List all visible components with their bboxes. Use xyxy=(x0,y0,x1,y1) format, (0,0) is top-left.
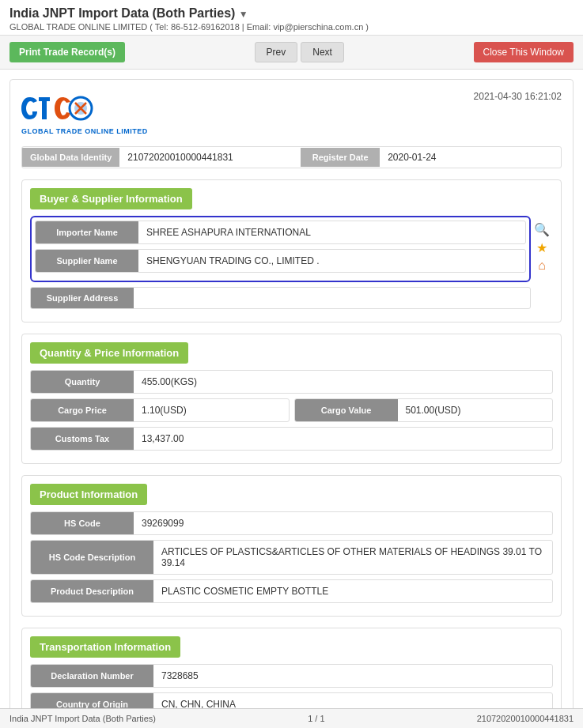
quantity-price-section-title: Quantity & Price Information xyxy=(30,342,188,364)
content-area: GLOBAL TRADE ONLINE LIMITED 2021-04-30 1… xyxy=(0,70,583,728)
cargo-value-value: 501.00(USD) xyxy=(398,399,553,421)
importer-name-row: Importer Name SHREE ASHAPURA INTERNATION… xyxy=(35,221,526,244)
next-button[interactable]: Next xyxy=(301,42,344,62)
supplier-address-label: Supplier Address xyxy=(31,288,134,308)
supplier-address-row: Supplier Address xyxy=(30,287,531,309)
cargo-price-label: Cargo Price xyxy=(31,399,134,421)
importer-name-label: Importer Name xyxy=(36,221,138,243)
quantity-value: 455.00(KGS) xyxy=(134,371,552,393)
global-id-label: Global Data Identity xyxy=(22,148,119,167)
logo-box: GLOBAL TRADE ONLINE LIMITED xyxy=(21,91,148,135)
supplier-name-label: Supplier Name xyxy=(36,250,138,272)
footer-right: 21072020010000441831 xyxy=(477,714,574,723)
cargo-value-label: Cargo Value xyxy=(295,399,398,421)
product-section: Product Information HS Code 39269099 HS … xyxy=(21,475,562,617)
hs-code-row: HS Code 39269099 xyxy=(30,511,553,535)
home-icon[interactable]: ⌂ xyxy=(538,258,546,273)
company-logo xyxy=(21,91,108,126)
footer-left: India JNPT Import Data (Both Parties) xyxy=(9,714,156,723)
customs-tax-row: Customs Tax 13,437.00 xyxy=(30,427,553,451)
buyer-supplier-section-title: Buyer & Supplier Information xyxy=(30,188,192,209)
product-desc-label: Product Description xyxy=(31,580,153,602)
cargo-price-row: Cargo Price 1.10(USD) xyxy=(30,398,290,422)
logo-row: GLOBAL TRADE ONLINE LIMITED 2021-04-30 1… xyxy=(21,91,562,135)
print-button[interactable]: Print Trade Record(s) xyxy=(9,42,125,62)
product-desc-value: PLASTIC COSMETIC EMPTY BOTTLE xyxy=(153,580,552,602)
buyer-supplier-inner: Importer Name SHREE ASHAPURA INTERNATION… xyxy=(30,216,553,314)
title-text: India JNPT Import Data (Both Parties) xyxy=(9,6,235,20)
record-timestamp: 2021-04-30 16:21:02 xyxy=(474,91,562,102)
logo-subtitle: GLOBAL TRADE ONLINE LIMITED xyxy=(21,127,148,135)
page-title: India JNPT Import Data (Both Parties) ▼ xyxy=(9,6,574,21)
transportation-section-title: Transportation Information xyxy=(30,636,180,658)
prev-button[interactable]: Prev xyxy=(255,42,298,62)
search-icon[interactable]: 🔍 xyxy=(534,222,550,237)
name-outline-box: Importer Name SHREE ASHAPURA INTERNATION… xyxy=(30,216,531,282)
title-dropdown-arrow[interactable]: ▼ xyxy=(239,9,248,20)
close-button[interactable]: Close This Window xyxy=(474,42,574,62)
hs-code-desc-label: HS Code Description xyxy=(31,541,153,574)
importer-name-value: SHREE ASHAPURA INTERNATIONAL xyxy=(138,221,525,243)
page-header: India JNPT Import Data (Both Parties) ▼ … xyxy=(0,0,583,36)
hs-code-value: 39269099 xyxy=(134,512,552,534)
quantity-row: Quantity 455.00(KGS) xyxy=(30,370,553,394)
toolbar-center: Prev Next xyxy=(255,42,344,62)
buyer-icons: 🔍 ★ ⌂ xyxy=(531,216,553,279)
supplier-address-value xyxy=(134,288,530,308)
hs-code-desc-value: ARTICLES OF PLASTICS&ARTICLES OF OTHER M… xyxy=(153,541,552,574)
svg-rect-1 xyxy=(42,101,47,119)
product-desc-row: Product Description PLASTIC COSMETIC EMP… xyxy=(30,579,553,603)
buyer-fields: Importer Name SHREE ASHAPURA INTERNATION… xyxy=(30,216,531,314)
register-date-value: 2020-01-24 xyxy=(380,147,561,168)
buyer-supplier-section: Buyer & Supplier Information Importer Na… xyxy=(21,179,562,323)
record-card: GLOBAL TRADE ONLINE LIMITED 2021-04-30 1… xyxy=(9,79,574,728)
header-subtitle: GLOBAL TRADE ONLINE LIMITED ( Tel: 86-51… xyxy=(9,22,574,32)
toolbar: Print Trade Record(s) Prev Next Close Th… xyxy=(0,36,583,70)
supplier-name-row: Supplier Name SHENGYUAN TRADING CO., LIM… xyxy=(35,249,526,273)
toolbar-left: Print Trade Record(s) xyxy=(9,42,125,62)
declaration-number-value: 7328685 xyxy=(153,665,552,687)
star-icon[interactable]: ★ xyxy=(536,240,547,255)
quantity-price-section: Quantity & Price Information Quantity 45… xyxy=(21,334,562,464)
buyer-supplier-body: Importer Name SHREE ASHAPURA INTERNATION… xyxy=(22,216,561,322)
global-id-value: 21072020010000441831 xyxy=(119,147,301,168)
svg-rect-0 xyxy=(39,97,50,101)
hs-code-label: HS Code xyxy=(31,512,134,534)
product-section-title: Product Information xyxy=(30,484,147,505)
cargo-price-value: 1.10(USD) xyxy=(134,399,289,421)
supplier-name-value: SHENGYUAN TRADING CO., LIMITED . xyxy=(138,250,525,272)
footer-center: 1 / 1 xyxy=(308,714,324,723)
declaration-number-row: Declaration Number 7328685 xyxy=(30,664,553,688)
hs-code-desc-row: HS Code Description ARTICLES OF PLASTICS… xyxy=(30,540,553,575)
register-date-label: Register Date xyxy=(301,148,380,167)
quantity-label: Quantity xyxy=(31,371,134,393)
cargo-value-row: Cargo Value 501.00(USD) xyxy=(294,398,554,422)
cargo-price-value-row: Cargo Price 1.10(USD) Cargo Value 501.00… xyxy=(30,398,553,422)
toolbar-right: Close This Window xyxy=(474,42,574,62)
footer-bar: India JNPT Import Data (Both Parties) 1 … xyxy=(0,708,583,728)
customs-tax-label: Customs Tax xyxy=(31,428,134,450)
declaration-number-label: Declaration Number xyxy=(31,665,153,687)
quantity-price-body: Quantity 455.00(KGS) Cargo Price 1.10(US… xyxy=(22,370,561,463)
global-id-row: Global Data Identity 2107202001000044183… xyxy=(21,146,562,168)
product-body: HS Code 39269099 HS Code Description ART… xyxy=(22,511,561,616)
customs-tax-value: 13,437.00 xyxy=(134,428,552,450)
